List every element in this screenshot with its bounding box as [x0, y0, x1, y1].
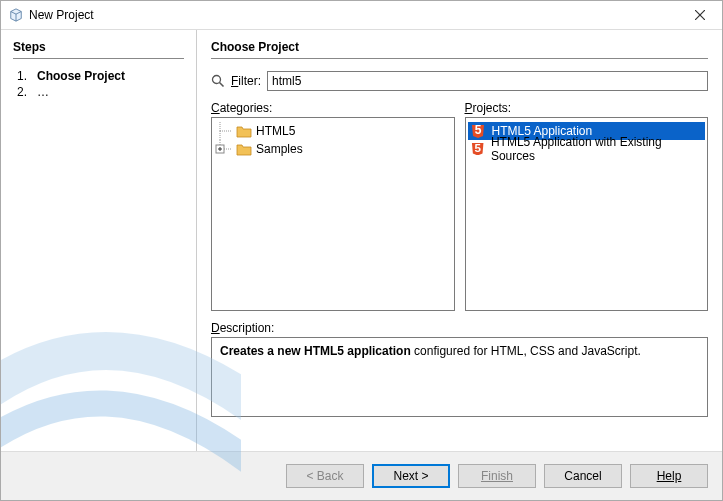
- step-number: 1.: [13, 69, 27, 83]
- html5-icon: 5: [470, 142, 485, 156]
- description-box: Creates a new HTML5 application configur…: [211, 337, 708, 417]
- step-item: 1. Choose Project: [13, 69, 184, 83]
- step-label: …: [37, 85, 49, 99]
- close-button[interactable]: [678, 1, 722, 29]
- steps-heading: Steps: [13, 40, 184, 54]
- svg-line-5: [220, 83, 224, 87]
- description-label: Description:: [211, 321, 708, 335]
- content-heading: Choose Project: [211, 40, 708, 54]
- steps-underline: [13, 58, 184, 59]
- content-panel: Choose Project Filter: Categories:: [197, 30, 722, 451]
- svg-text:5: 5: [474, 124, 481, 137]
- search-icon: [211, 74, 225, 88]
- project-label: HTML5 Application with Existing Sources: [489, 135, 703, 163]
- description-rest: configured for HTML, CSS and JavaScript.: [411, 344, 641, 358]
- app-cube-icon: [9, 8, 23, 22]
- projects-list[interactable]: 5 HTML5 Application 5 HTML5 Application …: [465, 117, 709, 311]
- tree-expand-icon[interactable]: [214, 140, 236, 158]
- main: Steps 1. Choose Project 2. … Choose Proj…: [1, 29, 722, 451]
- tree-connector: [214, 122, 236, 140]
- categories-tree[interactable]: HTML5 Samples: [211, 117, 455, 311]
- button-bar: < Back Next > Finish Cancel Help: [1, 451, 722, 500]
- description-bold: Creates a new HTML5 application: [220, 344, 411, 358]
- cancel-button[interactable]: Cancel: [544, 464, 622, 488]
- project-item-html5-existing[interactable]: 5 HTML5 Application with Existing Source…: [468, 140, 706, 158]
- categories-label: Categories:: [211, 101, 455, 115]
- lists-row: Categories: HTML5: [211, 101, 708, 311]
- html5-icon: 5: [470, 124, 486, 138]
- category-label: Samples: [256, 142, 303, 156]
- svg-point-4: [213, 76, 221, 84]
- steps-list: 1. Choose Project 2. …: [13, 69, 184, 99]
- steps-panel: Steps 1. Choose Project 2. …: [1, 30, 196, 451]
- window-title: New Project: [29, 8, 678, 22]
- step-item: 2. …: [13, 85, 184, 99]
- back-button: < Back: [286, 464, 364, 488]
- category-item-samples[interactable]: Samples: [214, 140, 452, 158]
- finish-button: Finish: [458, 464, 536, 488]
- step-number: 2.: [13, 85, 27, 99]
- folder-icon: [236, 142, 252, 156]
- category-label: HTML5: [256, 124, 295, 138]
- svg-text:5: 5: [474, 142, 481, 154]
- filter-input[interactable]: [267, 71, 708, 91]
- step-label: Choose Project: [37, 69, 125, 83]
- folder-icon: [236, 124, 252, 138]
- filter-row: Filter:: [211, 71, 708, 91]
- filter-label: Filter:: [231, 74, 261, 88]
- content-underline: [211, 58, 708, 59]
- help-button[interactable]: Help: [630, 464, 708, 488]
- close-icon: [695, 10, 705, 20]
- projects-column: Projects: 5 HTML5 Application 5 HTML5 Ap…: [465, 101, 709, 311]
- category-item-html5[interactable]: HTML5: [214, 122, 452, 140]
- next-button[interactable]: Next >: [372, 464, 450, 488]
- titlebar: New Project: [1, 1, 722, 29]
- projects-label: Projects:: [465, 101, 709, 115]
- categories-column: Categories: HTML5: [211, 101, 455, 311]
